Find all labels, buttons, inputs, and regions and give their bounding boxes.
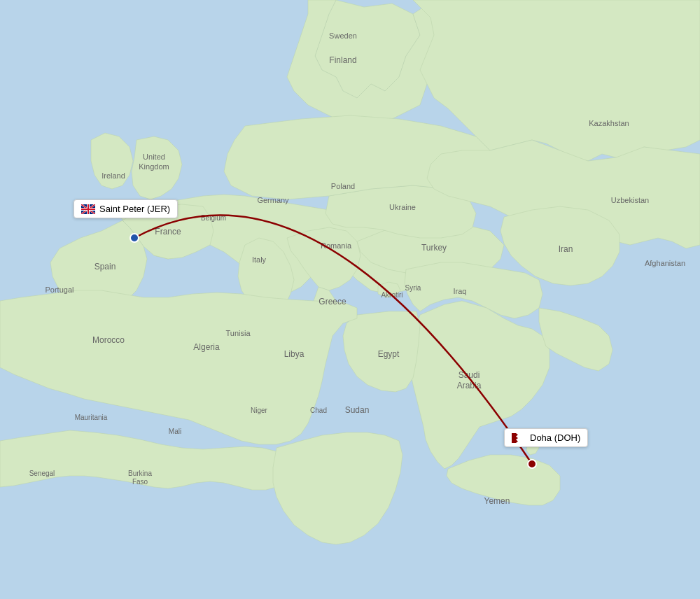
country-germany: Germany [257, 196, 289, 204]
country-ukraine: Ukraine [389, 203, 416, 211]
country-mauritania: Mauritania [75, 414, 108, 421]
country-iraq: Iraq [454, 287, 467, 295]
origin-label: Saint Peter (JER) [74, 199, 178, 218]
qatar-flag-icon [512, 433, 526, 443]
country-burkina: Burkina [128, 470, 152, 477]
country-tunisia: Tunisia [225, 329, 251, 337]
destination-dot [528, 460, 536, 468]
svg-rect-9 [81, 209, 95, 210]
country-portugal: Portugal [46, 286, 74, 294]
country-afghanistan: Afghanistan [645, 259, 685, 267]
country-turkey: Turkey [421, 243, 447, 253]
country-kazakhstan: Kazakhstan [589, 119, 629, 127]
destination-label-text: Doha (DOH) [530, 432, 580, 443]
country-uk: United [143, 153, 165, 161]
country-uk2: Kingdom [139, 162, 169, 171]
country-burkina2: Faso [132, 478, 148, 486]
country-sudan: Sudan [345, 405, 370, 415]
country-mali: Mali [169, 428, 181, 435]
country-chad: Chad [310, 407, 327, 414]
country-yemen: Yemen [484, 496, 510, 506]
country-greece: Greece [318, 297, 346, 306]
country-morocco: Morocco [92, 335, 125, 345]
country-niger: Niger [251, 407, 268, 414]
country-senegal: Senegal [29, 470, 55, 477]
map-svg: Ireland United Kingdom France Germany Po… [0, 0, 700, 599]
origin-dot [130, 234, 139, 242]
country-syria: Syria [405, 284, 421, 292]
map-container: Ireland United Kingdom France Germany Po… [0, 0, 700, 599]
country-france: France [155, 227, 181, 237]
country-libya: Libya [284, 349, 304, 359]
uk-flag-icon [81, 204, 95, 214]
country-finland: Finland [329, 55, 356, 65]
country-uzbekistan: Uzbekistan [611, 196, 649, 204]
country-ireland: Ireland [102, 171, 125, 180]
country-spain: Spain [94, 262, 116, 272]
origin-label-text: Saint Peter (JER) [99, 204, 170, 214]
svg-rect-10 [512, 433, 516, 443]
destination-label: Doha (DOH) [504, 428, 588, 447]
country-iran: Iran [559, 244, 573, 254]
country-poland: Poland [331, 182, 355, 190]
country-sweden: Sweden [329, 31, 357, 40]
country-algeria: Algeria [193, 342, 220, 352]
country-italy: Italy [252, 255, 267, 264]
country-egypt: Egypt [378, 349, 400, 359]
